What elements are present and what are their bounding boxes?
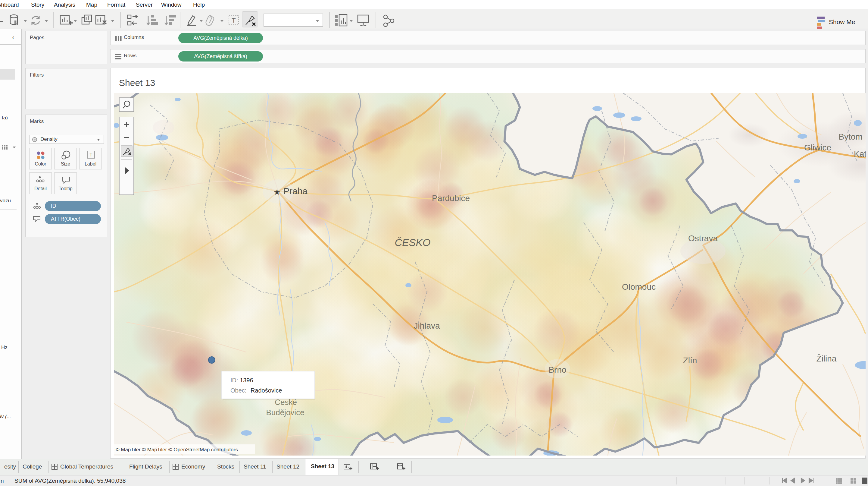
svg-text:ČESKO: ČESKO (395, 237, 430, 248)
svg-text:Gliwice: Gliwice (804, 143, 831, 152)
svg-text:ID: 1396: ID: 1396 (230, 377, 253, 383)
svg-text:Katow: Katow (854, 149, 866, 159)
svg-text:T: T (231, 17, 236, 24)
svg-text:Olomouc: Olomouc (622, 282, 656, 291)
svg-text:Praha: Praha (283, 186, 308, 196)
svg-text:Žilina: Žilina (816, 354, 837, 363)
svg-text:Brno: Brno (549, 365, 566, 374)
svg-text:© MapTiler © MapTiler © OpenSt: © MapTiler © MapTiler © OpenStreetMap co… (116, 447, 238, 453)
svg-text:★: ★ (274, 188, 280, 197)
svg-text:Pardubice: Pardubice (432, 194, 470, 203)
svg-text:Obec: Radošovice: Obec: Radošovice (230, 387, 282, 394)
svg-text:T: T (89, 152, 92, 158)
svg-text:Ostrava: Ostrava (688, 234, 718, 243)
svg-text:Bytom: Bytom (838, 132, 862, 141)
svg-text:Zlín: Zlín (683, 356, 697, 365)
svg-text:Budějovice: Budějovice (266, 408, 304, 417)
svg-text:Show Me: Show Me (829, 19, 855, 25)
svg-text:Jihlava: Jihlava (413, 321, 440, 331)
